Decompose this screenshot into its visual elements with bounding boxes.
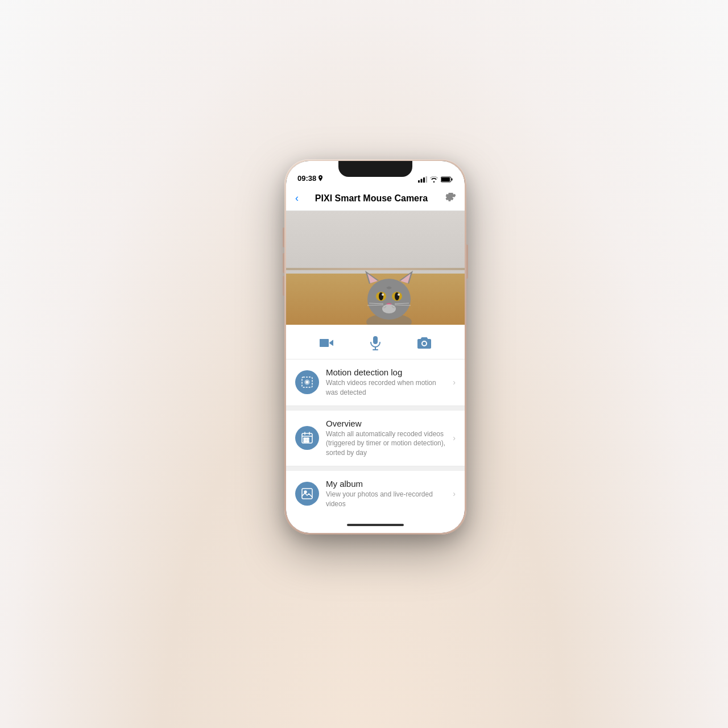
my-album-chevron: › xyxy=(453,489,456,498)
notch xyxy=(338,161,412,177)
svg-point-8 xyxy=(367,279,411,320)
motion-detection-log-chevron: › xyxy=(453,378,456,387)
svg-rect-36 xyxy=(304,441,306,442)
album-icon-circle xyxy=(295,482,319,506)
motion-detection-log-title: Motion detection log xyxy=(326,367,448,377)
spacer-1 xyxy=(286,406,465,411)
my-album-subtitle: View your photos and live-recorded video… xyxy=(326,490,448,509)
menu-list: Motion detection log Watch videos record… xyxy=(286,359,465,517)
microphone-button[interactable] xyxy=(365,333,386,353)
wifi-icon xyxy=(430,176,438,183)
signal-icon xyxy=(418,176,427,183)
overview-chevron: › xyxy=(453,433,456,442)
svg-point-17 xyxy=(382,293,384,296)
my-album-title: My album xyxy=(326,479,448,489)
svg-rect-35 xyxy=(307,438,309,440)
cat-illustration xyxy=(355,245,423,325)
svg-point-27 xyxy=(423,342,426,345)
time-label: 09:38 xyxy=(297,174,316,183)
svg-rect-6 xyxy=(441,177,450,181)
svg-rect-5 xyxy=(452,179,453,181)
battery-icon xyxy=(441,176,453,183)
motion-icon-circle xyxy=(295,370,319,394)
svg-point-18 xyxy=(398,293,400,296)
svg-rect-3 xyxy=(426,176,428,183)
nav-title: PIXI Smart Mouse Camera xyxy=(315,193,428,204)
svg-rect-37 xyxy=(307,441,309,442)
camera-feed xyxy=(286,211,465,325)
svg-rect-34 xyxy=(304,438,306,440)
home-indicator xyxy=(286,517,465,533)
motion-detection-log-subtitle: Watch videos recorded when motion was de… xyxy=(326,378,448,398)
phone-shell: 09:38 xyxy=(284,159,466,535)
svg-point-23 xyxy=(382,304,396,313)
svg-rect-24 xyxy=(373,336,378,344)
phone-screen: 09:38 xyxy=(286,161,465,533)
svg-rect-38 xyxy=(302,489,312,499)
overview-item[interactable]: Overview Watch all automatically recoded… xyxy=(286,411,465,466)
svg-point-29 xyxy=(307,382,308,383)
back-button[interactable]: ‹ xyxy=(295,192,299,204)
status-time: 09:38 xyxy=(297,174,323,183)
motion-detection-log-text: Motion detection log Watch videos record… xyxy=(326,367,448,398)
phone-wrapper: 09:38 xyxy=(284,159,466,535)
svg-rect-2 xyxy=(423,177,425,183)
my-album-text: My album View your photos and live-recor… xyxy=(326,479,448,509)
toolbar xyxy=(286,325,465,359)
nav-bar: ‹ PIXI Smart Mouse Camera xyxy=(286,186,465,211)
motion-detection-log-item[interactable]: Motion detection log Watch videos record… xyxy=(286,359,465,406)
my-album-item[interactable]: My album View your photos and live-recor… xyxy=(286,471,465,517)
svg-rect-0 xyxy=(418,180,420,183)
overview-title: Overview xyxy=(326,419,448,428)
video-button[interactable] xyxy=(316,333,337,353)
overview-subtitle: Watch all automatically recoded videos (… xyxy=(326,429,448,458)
svg-rect-1 xyxy=(421,179,423,183)
status-icons xyxy=(418,176,453,183)
phone-inner: 09:38 xyxy=(286,161,465,533)
spacer-2 xyxy=(286,466,465,471)
home-bar xyxy=(347,524,404,526)
location-icon xyxy=(318,175,323,181)
snapshot-button[interactable] xyxy=(414,333,435,353)
overview-text: Overview Watch all automatically recoded… xyxy=(326,419,448,458)
overview-icon-circle xyxy=(295,426,319,450)
settings-button[interactable] xyxy=(444,191,456,205)
